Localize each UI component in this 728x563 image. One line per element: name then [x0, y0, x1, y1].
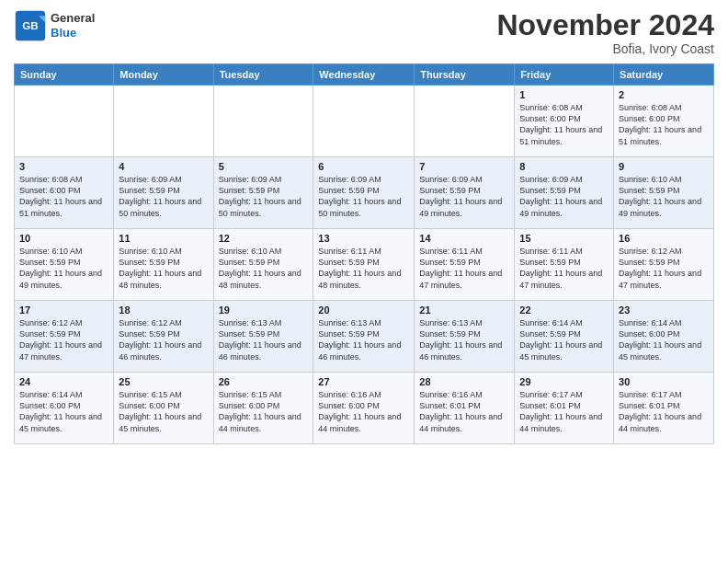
day-number: 11 [119, 233, 208, 244]
weekday-header-friday: Friday [515, 64, 614, 86]
calendar-day-20: 20Sunrise: 6:13 AM Sunset: 5:59 PM Dayli… [313, 301, 415, 373]
day-number: 29 [519, 376, 609, 387]
calendar-day-29: 29Sunrise: 6:17 AM Sunset: 6:01 PM Dayli… [515, 373, 614, 444]
day-number: 24 [19, 376, 108, 387]
calendar-day-22: 22Sunrise: 6:14 AM Sunset: 5:59 PM Dayli… [515, 301, 614, 373]
day-info: Sunrise: 6:10 AM Sunset: 5:59 PM Dayligh… [19, 246, 108, 291]
day-number: 1 [519, 89, 609, 100]
day-number: 2 [619, 89, 709, 100]
calendar-day-4: 4Sunrise: 6:09 AM Sunset: 5:59 PM Daylig… [114, 157, 213, 229]
day-info: Sunrise: 6:09 AM Sunset: 5:59 PM Dayligh… [419, 174, 509, 219]
day-number: 27 [318, 376, 409, 387]
empty-cell [415, 86, 515, 157]
day-number: 19 [219, 304, 309, 316]
day-number: 21 [419, 304, 509, 316]
day-number: 20 [318, 304, 409, 316]
weekday-header-sunday: Sunday [15, 64, 114, 86]
day-info: Sunrise: 6:09 AM Sunset: 5:59 PM Dayligh… [318, 174, 409, 219]
day-number: 22 [519, 304, 609, 316]
location: Bofia, Ivory Coast [496, 41, 714, 56]
day-info: Sunrise: 6:09 AM Sunset: 5:59 PM Dayligh… [219, 174, 309, 219]
day-info: Sunrise: 6:16 AM Sunset: 6:00 PM Dayligh… [318, 389, 409, 434]
day-number: 8 [519, 161, 609, 172]
day-number: 7 [419, 161, 509, 172]
calendar-day-2: 2Sunrise: 6:08 AM Sunset: 6:00 PM Daylig… [614, 86, 714, 157]
day-info: Sunrise: 6:16 AM Sunset: 6:01 PM Dayligh… [419, 389, 509, 434]
weekday-header-monday: Monday [114, 64, 213, 86]
calendar-day-21: 21Sunrise: 6:13 AM Sunset: 5:59 PM Dayli… [415, 301, 515, 373]
day-info: Sunrise: 6:13 AM Sunset: 5:59 PM Dayligh… [219, 317, 309, 362]
calendar-week-4: 17Sunrise: 6:12 AM Sunset: 5:59 PM Dayli… [15, 301, 714, 373]
calendar-week-5: 24Sunrise: 6:14 AM Sunset: 6:00 PM Dayli… [15, 373, 714, 444]
weekday-header-saturday: Saturday [614, 64, 714, 86]
calendar-day-15: 15Sunrise: 6:11 AM Sunset: 5:59 PM Dayli… [515, 229, 614, 301]
day-info: Sunrise: 6:12 AM Sunset: 5:59 PM Dayligh… [619, 246, 709, 291]
calendar-day-9: 9Sunrise: 6:10 AM Sunset: 5:59 PM Daylig… [614, 157, 714, 229]
day-info: Sunrise: 6:08 AM Sunset: 6:00 PM Dayligh… [619, 102, 709, 147]
weekday-header-wednesday: Wednesday [313, 64, 415, 86]
calendar-day-14: 14Sunrise: 6:11 AM Sunset: 5:59 PM Dayli… [415, 229, 515, 301]
day-info: Sunrise: 6:10 AM Sunset: 5:59 PM Dayligh… [619, 174, 709, 219]
page-container: GB General Blue November 2024 Bofia, Ivo… [0, 0, 728, 449]
calendar-table: SundayMondayTuesdayWednesdayThursdayFrid… [14, 63, 714, 444]
day-info: Sunrise: 6:09 AM Sunset: 5:59 PM Dayligh… [519, 174, 609, 219]
day-info: Sunrise: 6:09 AM Sunset: 5:59 PM Dayligh… [119, 174, 208, 219]
calendar-day-11: 11Sunrise: 6:10 AM Sunset: 5:59 PM Dayli… [114, 229, 213, 301]
calendar-header-row: SundayMondayTuesdayWednesdayThursdayFrid… [15, 64, 714, 86]
day-number: 4 [119, 161, 208, 172]
day-info: Sunrise: 6:15 AM Sunset: 6:00 PM Dayligh… [119, 389, 208, 434]
day-info: Sunrise: 6:10 AM Sunset: 5:59 PM Dayligh… [219, 246, 309, 291]
header: GB General Blue November 2024 Bofia, Ivo… [14, 9, 714, 56]
day-number: 9 [619, 161, 709, 172]
calendar-day-3: 3Sunrise: 6:08 AM Sunset: 6:00 PM Daylig… [15, 157, 114, 229]
empty-cell [114, 86, 213, 157]
month-title: November 2024 [496, 9, 714, 41]
calendar-day-1: 1Sunrise: 6:08 AM Sunset: 6:00 PM Daylig… [515, 86, 614, 157]
day-info: Sunrise: 6:11 AM Sunset: 5:59 PM Dayligh… [519, 246, 609, 291]
empty-cell [15, 86, 114, 157]
calendar-day-12: 12Sunrise: 6:10 AM Sunset: 5:59 PM Dayli… [213, 229, 313, 301]
empty-cell [213, 86, 313, 157]
day-number: 26 [219, 376, 309, 387]
title-area: November 2024 Bofia, Ivory Coast [496, 9, 714, 56]
calendar-day-28: 28Sunrise: 6:16 AM Sunset: 6:01 PM Dayli… [415, 373, 515, 444]
day-info: Sunrise: 6:15 AM Sunset: 6:00 PM Dayligh… [219, 389, 309, 434]
calendar-week-2: 3Sunrise: 6:08 AM Sunset: 6:00 PM Daylig… [15, 157, 714, 229]
day-number: 16 [619, 233, 709, 244]
day-info: Sunrise: 6:11 AM Sunset: 5:59 PM Dayligh… [419, 246, 509, 291]
day-info: Sunrise: 6:12 AM Sunset: 5:59 PM Dayligh… [19, 317, 108, 362]
day-number: 18 [119, 304, 208, 316]
day-number: 30 [619, 376, 709, 387]
day-number: 6 [318, 161, 409, 172]
day-number: 3 [19, 161, 108, 172]
calendar-day-16: 16Sunrise: 6:12 AM Sunset: 5:59 PM Dayli… [614, 229, 714, 301]
day-info: Sunrise: 6:14 AM Sunset: 5:59 PM Dayligh… [519, 317, 609, 362]
calendar-day-5: 5Sunrise: 6:09 AM Sunset: 5:59 PM Daylig… [213, 157, 313, 229]
day-number: 25 [119, 376, 208, 387]
calendar-day-25: 25Sunrise: 6:15 AM Sunset: 6:00 PM Dayli… [114, 373, 213, 444]
day-number: 17 [19, 304, 108, 316]
logo-text: General Blue [51, 11, 95, 40]
day-info: Sunrise: 6:13 AM Sunset: 5:59 PM Dayligh… [419, 317, 509, 362]
calendar-week-1: 1Sunrise: 6:08 AM Sunset: 6:00 PM Daylig… [15, 86, 714, 157]
weekday-header-tuesday: Tuesday [213, 64, 313, 86]
calendar-day-7: 7Sunrise: 6:09 AM Sunset: 5:59 PM Daylig… [415, 157, 515, 229]
logo: GB General Blue [14, 9, 95, 42]
day-number: 13 [318, 233, 409, 244]
calendar-day-17: 17Sunrise: 6:12 AM Sunset: 5:59 PM Dayli… [15, 301, 114, 373]
day-info: Sunrise: 6:12 AM Sunset: 5:59 PM Dayligh… [119, 317, 208, 362]
day-number: 15 [519, 233, 609, 244]
day-info: Sunrise: 6:14 AM Sunset: 6:00 PM Dayligh… [619, 317, 709, 362]
day-info: Sunrise: 6:17 AM Sunset: 6:01 PM Dayligh… [519, 389, 609, 434]
day-info: Sunrise: 6:10 AM Sunset: 5:59 PM Dayligh… [119, 246, 208, 291]
weekday-header-thursday: Thursday [415, 64, 515, 86]
calendar-day-18: 18Sunrise: 6:12 AM Sunset: 5:59 PM Dayli… [114, 301, 213, 373]
day-info: Sunrise: 6:17 AM Sunset: 6:01 PM Dayligh… [619, 389, 709, 434]
calendar-day-24: 24Sunrise: 6:14 AM Sunset: 6:00 PM Dayli… [15, 373, 114, 444]
day-number: 5 [219, 161, 309, 172]
day-number: 14 [419, 233, 509, 244]
calendar-day-30: 30Sunrise: 6:17 AM Sunset: 6:01 PM Dayli… [614, 373, 714, 444]
calendar-day-8: 8Sunrise: 6:09 AM Sunset: 5:59 PM Daylig… [515, 157, 614, 229]
day-number: 10 [19, 233, 108, 244]
day-number: 12 [219, 233, 309, 244]
